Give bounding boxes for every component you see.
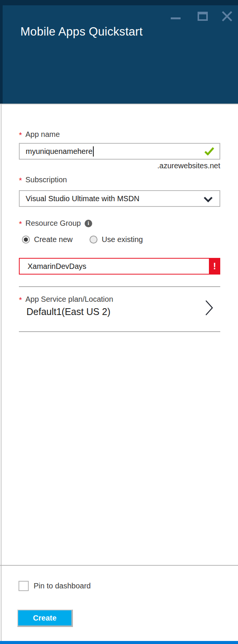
section-divider (19, 331, 220, 332)
info-icon[interactable]: i (85, 220, 92, 227)
blade-left-border (1, 104, 2, 641)
create-new-radio-label[interactable]: Create new (34, 235, 73, 244)
pin-to-dashboard-label[interactable]: Pin to dashboard (34, 582, 91, 590)
header-divider (0, 104, 238, 104)
footer-divider (0, 565, 238, 566)
chevron-down-icon (204, 197, 213, 202)
app-service-plan-selector[interactable]: * App Service plan/Location Default1(Eas… (19, 287, 220, 331)
app-name-input[interactable]: myuniquenamehere (19, 143, 220, 160)
error-icon: ! (209, 258, 220, 275)
pin-to-dashboard-checkbox[interactable] (19, 581, 29, 591)
valid-checkmark-icon (204, 147, 214, 155)
create-button[interactable]: Create (17, 610, 73, 627)
app-name-label: * App name (19, 130, 60, 139)
required-asterisk: * (19, 175, 22, 184)
resource-group-label: * Resource Group i (19, 219, 92, 228)
required-asterisk: * (19, 219, 22, 228)
bottom-accent-bar (0, 641, 238, 644)
header-left-edge (0, 5, 3, 104)
app-service-plan-label: * App Service plan/Location (19, 295, 113, 304)
required-asterisk: * (19, 130, 22, 139)
required-asterisk: * (19, 295, 22, 304)
resource-group-name-input[interactable]: XamarinDevDays ! (19, 258, 220, 275)
text-cursor (93, 146, 94, 157)
chevron-right-icon (205, 300, 213, 316)
minimize-icon[interactable] (171, 17, 181, 19)
create-new-radio[interactable] (22, 236, 30, 244)
domain-suffix: .azurewebsites.net (19, 161, 220, 170)
close-icon[interactable] (221, 11, 233, 22)
maximize-icon[interactable] (198, 12, 208, 21)
use-existing-radio-label[interactable]: Use existing (102, 235, 143, 244)
subscription-label: * Subscription (19, 175, 67, 184)
subscription-value: Visual Studio Ultimate with MSDN (26, 194, 139, 203)
app-name-value: myuniquenamehere (26, 147, 93, 156)
resource-group-radio-group: Create new Use existing (22, 235, 143, 244)
app-service-plan-value: Default1(East US 2) (26, 306, 110, 317)
mobile-apps-quickstart-blade: Mobile Apps Quickstart * App name myuniq… (0, 0, 238, 644)
blade-title: Mobile Apps Quickstart (20, 25, 143, 39)
top-dark-strip (0, 0, 238, 5)
subscription-select[interactable]: Visual Studio Ultimate with MSDN (19, 190, 220, 207)
resource-group-name-value: XamarinDevDays (28, 262, 87, 271)
use-existing-radio[interactable] (90, 236, 97, 244)
